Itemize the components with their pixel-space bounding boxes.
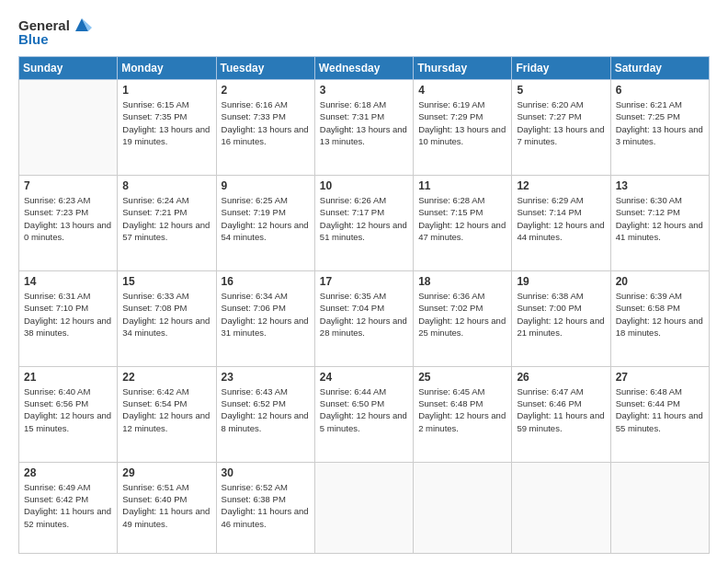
day-number: 15 <box>122 275 210 288</box>
day-info: Sunrise: 6:44 AMSunset: 6:50 PMDaylight:… <box>320 385 408 434</box>
calendar-cell: 14Sunrise: 6:31 AMSunset: 7:10 PMDayligh… <box>19 270 118 366</box>
calendar-cell: 30Sunrise: 6:52 AMSunset: 6:38 PMDayligh… <box>216 462 314 553</box>
day-info: Sunrise: 6:51 AMSunset: 6:40 PMDaylight:… <box>122 481 210 530</box>
day-info: Sunrise: 6:26 AMSunset: 7:17 PMDaylight:… <box>320 194 408 243</box>
day-number: 5 <box>517 84 605 97</box>
page: General Blue SundayMondayTuesdayWednesda… <box>0 0 728 563</box>
day-info: Sunrise: 6:16 AMSunset: 7:33 PMDaylight:… <box>222 98 310 147</box>
day-info: Sunrise: 6:19 AMSunset: 7:29 PMDaylight:… <box>418 98 506 147</box>
calendar-cell: 21Sunrise: 6:40 AMSunset: 6:56 PMDayligh… <box>19 366 118 462</box>
day-info: Sunrise: 6:43 AMSunset: 6:52 PMDaylight:… <box>222 385 310 434</box>
calendar-cell: 12Sunrise: 6:29 AMSunset: 7:14 PMDayligh… <box>512 175 610 270</box>
calendar-cell: 13Sunrise: 6:30 AMSunset: 7:12 PMDayligh… <box>610 175 709 270</box>
day-number: 4 <box>418 84 506 97</box>
day-number: 8 <box>122 179 210 192</box>
day-info: Sunrise: 6:33 AMSunset: 7:08 PMDaylight:… <box>122 290 210 339</box>
calendar-cell: 18Sunrise: 6:36 AMSunset: 7:02 PMDayligh… <box>414 270 512 366</box>
calendar-header-row: SundayMondayTuesdayWednesdayThursdayFrid… <box>19 57 710 80</box>
day-info: Sunrise: 6:40 AMSunset: 6:56 PMDaylight:… <box>24 385 112 434</box>
calendar-cell: 25Sunrise: 6:45 AMSunset: 6:48 PMDayligh… <box>414 366 512 462</box>
calendar-cell: 1Sunrise: 6:15 AMSunset: 7:35 PMDaylight… <box>118 80 216 176</box>
calendar-day-header: Tuesday <box>216 57 314 80</box>
calendar-cell: 16Sunrise: 6:34 AMSunset: 7:06 PMDayligh… <box>216 270 314 366</box>
day-info: Sunrise: 6:39 AMSunset: 6:58 PMDaylight:… <box>616 290 704 339</box>
day-number: 14 <box>24 275 112 288</box>
day-number: 10 <box>320 179 408 192</box>
calendar-cell: 22Sunrise: 6:42 AMSunset: 6:54 PMDayligh… <box>118 366 216 462</box>
calendar-cell: 9Sunrise: 6:25 AMSunset: 7:19 PMDaylight… <box>216 175 314 270</box>
day-number: 9 <box>222 179 310 192</box>
calendar-cell: 26Sunrise: 6:47 AMSunset: 6:46 PMDayligh… <box>512 366 610 462</box>
calendar-cell: 15Sunrise: 6:33 AMSunset: 7:08 PMDayligh… <box>118 270 216 366</box>
day-number: 27 <box>616 371 704 384</box>
day-number: 1 <box>122 84 210 97</box>
calendar-cell: 23Sunrise: 6:43 AMSunset: 6:52 PMDayligh… <box>216 366 314 462</box>
day-number: 24 <box>320 371 408 384</box>
day-info: Sunrise: 6:30 AMSunset: 7:12 PMDaylight:… <box>616 194 704 243</box>
calendar-day-header: Wednesday <box>314 57 413 80</box>
day-info: Sunrise: 6:36 AMSunset: 7:02 PMDaylight:… <box>418 290 506 339</box>
logo: General Blue <box>18 15 92 47</box>
day-number: 11 <box>418 179 506 192</box>
calendar-week-row: 21Sunrise: 6:40 AMSunset: 6:56 PMDayligh… <box>19 366 710 462</box>
day-number: 23 <box>222 371 310 384</box>
day-number: 19 <box>517 275 605 288</box>
calendar-cell: 3Sunrise: 6:18 AMSunset: 7:31 PMDaylight… <box>314 80 413 176</box>
day-info: Sunrise: 6:45 AMSunset: 6:48 PMDaylight:… <box>418 385 506 434</box>
calendar-day-header: Saturday <box>610 57 709 80</box>
day-info: Sunrise: 6:18 AMSunset: 7:31 PMDaylight:… <box>320 98 408 147</box>
day-number: 21 <box>24 371 112 384</box>
calendar-cell: 5Sunrise: 6:20 AMSunset: 7:27 PMDaylight… <box>512 80 610 176</box>
day-number: 13 <box>616 179 704 192</box>
calendar-table: SundayMondayTuesdayWednesdayThursdayFrid… <box>18 56 710 554</box>
day-info: Sunrise: 6:24 AMSunset: 7:21 PMDaylight:… <box>122 194 210 243</box>
day-number: 16 <box>222 275 310 288</box>
calendar-cell <box>610 462 709 553</box>
day-number: 22 <box>122 371 210 384</box>
calendar-day-header: Friday <box>512 57 610 80</box>
day-info: Sunrise: 6:35 AMSunset: 7:04 PMDaylight:… <box>320 290 408 339</box>
day-info: Sunrise: 6:21 AMSunset: 7:25 PMDaylight:… <box>616 98 704 147</box>
calendar-cell <box>512 462 610 553</box>
calendar-day-header: Monday <box>118 57 216 80</box>
day-number: 3 <box>320 84 408 97</box>
logo-blue: Blue <box>18 31 49 47</box>
day-info: Sunrise: 6:15 AMSunset: 7:35 PMDaylight:… <box>122 98 210 147</box>
day-info: Sunrise: 6:38 AMSunset: 7:00 PMDaylight:… <box>517 290 605 339</box>
day-info: Sunrise: 6:48 AMSunset: 6:44 PMDaylight:… <box>616 385 704 434</box>
day-info: Sunrise: 6:49 AMSunset: 6:42 PMDaylight:… <box>24 481 112 530</box>
calendar-week-row: 7Sunrise: 6:23 AMSunset: 7:23 PMDaylight… <box>19 175 710 270</box>
calendar-cell: 24Sunrise: 6:44 AMSunset: 6:50 PMDayligh… <box>314 366 413 462</box>
day-number: 25 <box>418 371 506 384</box>
header: General Blue <box>18 15 710 47</box>
calendar-cell: 28Sunrise: 6:49 AMSunset: 6:42 PMDayligh… <box>19 462 118 553</box>
logo-general: General <box>18 17 70 33</box>
calendar-cell: 19Sunrise: 6:38 AMSunset: 7:00 PMDayligh… <box>512 270 610 366</box>
calendar-cell <box>19 80 118 176</box>
day-info: Sunrise: 6:20 AMSunset: 7:27 PMDaylight:… <box>517 98 605 147</box>
calendar-cell: 29Sunrise: 6:51 AMSunset: 6:40 PMDayligh… <box>118 462 216 553</box>
day-info: Sunrise: 6:28 AMSunset: 7:15 PMDaylight:… <box>418 194 506 243</box>
calendar-week-row: 14Sunrise: 6:31 AMSunset: 7:10 PMDayligh… <box>19 270 710 366</box>
day-number: 12 <box>517 179 605 192</box>
calendar-cell <box>414 462 512 553</box>
calendar-cell: 2Sunrise: 6:16 AMSunset: 7:33 PMDaylight… <box>216 80 314 176</box>
calendar-cell: 4Sunrise: 6:19 AMSunset: 7:29 PMDaylight… <box>414 80 512 176</box>
day-info: Sunrise: 6:34 AMSunset: 7:06 PMDaylight:… <box>222 290 310 339</box>
day-number: 26 <box>517 371 605 384</box>
day-info: Sunrise: 6:52 AMSunset: 6:38 PMDaylight:… <box>222 481 310 530</box>
day-number: 28 <box>24 466 112 479</box>
calendar-cell: 27Sunrise: 6:48 AMSunset: 6:44 PMDayligh… <box>610 366 709 462</box>
day-number: 17 <box>320 275 408 288</box>
day-info: Sunrise: 6:29 AMSunset: 7:14 PMDaylight:… <box>517 194 605 243</box>
calendar-week-row: 28Sunrise: 6:49 AMSunset: 6:42 PMDayligh… <box>19 462 710 553</box>
calendar-week-row: 1Sunrise: 6:15 AMSunset: 7:35 PMDaylight… <box>19 80 710 176</box>
day-number: 18 <box>418 275 506 288</box>
day-number: 6 <box>616 84 704 97</box>
day-number: 2 <box>222 84 310 97</box>
calendar-cell: 6Sunrise: 6:21 AMSunset: 7:25 PMDaylight… <box>610 80 709 176</box>
day-info: Sunrise: 6:47 AMSunset: 6:46 PMDaylight:… <box>517 385 605 434</box>
calendar-cell: 17Sunrise: 6:35 AMSunset: 7:04 PMDayligh… <box>314 270 413 366</box>
day-number: 7 <box>24 179 112 192</box>
calendar-day-header: Thursday <box>414 57 512 80</box>
